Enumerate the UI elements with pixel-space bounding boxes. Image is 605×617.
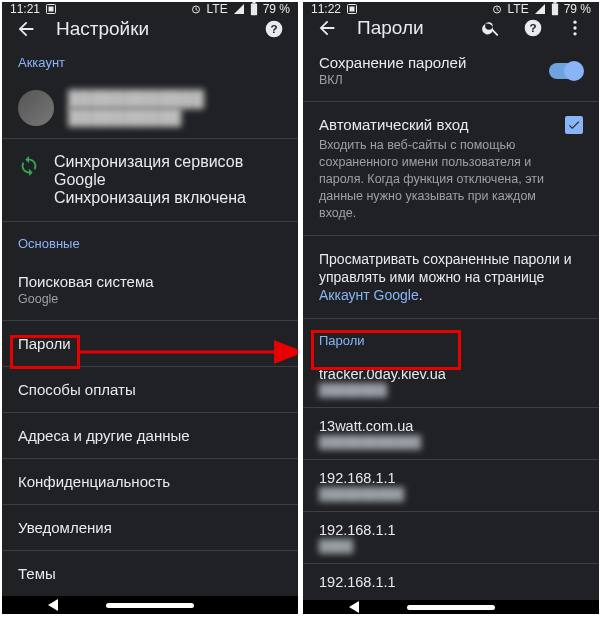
row-addresses[interactable]: Адреса и другие данные xyxy=(2,412,298,458)
battery-icon xyxy=(250,2,258,16)
back-icon[interactable] xyxy=(315,16,339,40)
app-bar: Пароли ? xyxy=(303,16,599,40)
status-time: 11:21 xyxy=(10,2,40,16)
sync-title: Синхронизация сервисов Google xyxy=(54,153,282,189)
autologin-desc: Входить на веб-сайты с помощью сохраненн… xyxy=(319,137,553,221)
save-pw-title: Сохранение паролей xyxy=(319,54,466,71)
privacy-title: Конфиденциальность xyxy=(18,473,282,490)
svg-text:?: ? xyxy=(270,22,277,35)
save-pw-sub: ВКЛ xyxy=(319,73,466,87)
password-item[interactable]: 192.168.1.1 xyxy=(303,563,599,600)
password-item[interactable]: tracker.0day.kiev.ua ████████ xyxy=(303,356,599,407)
account-email: ██████████ xyxy=(68,108,204,126)
pw-user: ████ xyxy=(319,539,583,553)
row-info: Просматривать сохраненные пароли и управ… xyxy=(303,235,599,318)
pw-site: 192.168.1.1 xyxy=(319,522,583,538)
section-account-label: Аккаунт xyxy=(2,41,298,78)
autologin-checkbox[interactable] xyxy=(565,116,583,134)
status-network: LTE xyxy=(207,2,228,16)
notifications-title: Уведомления xyxy=(18,519,282,536)
row-save-passwords[interactable]: Сохранение паролей ВКЛ xyxy=(303,40,599,101)
info-text: Просматривать сохраненные пароли и управ… xyxy=(319,251,572,285)
password-item[interactable]: 13watt.com.ua ████████████ xyxy=(303,407,599,459)
nav-home-icon[interactable] xyxy=(106,603,194,608)
status-time: 11:22 xyxy=(311,2,341,16)
sync-icon xyxy=(18,155,40,177)
svg-rect-11 xyxy=(552,4,558,16)
help-icon[interactable]: ? xyxy=(521,16,545,40)
pw-user: ████████████ xyxy=(319,435,583,449)
status-battery: 79 % xyxy=(263,2,290,16)
nav-bar xyxy=(303,600,599,614)
save-pw-toggle[interactable] xyxy=(549,63,583,79)
row-auto-login[interactable]: Автоматический вход Входить на веб-сайты… xyxy=(303,101,599,235)
row-passwords[interactable]: Пароли xyxy=(2,320,298,366)
password-item[interactable]: 192.168.1.1 ████ xyxy=(303,511,599,563)
nav-back-icon[interactable] xyxy=(48,599,58,611)
page-title: Настройки xyxy=(56,18,244,40)
back-icon[interactable] xyxy=(14,17,38,41)
left-phone: 11:21 LTE 79 % Настройки ? Акка xyxy=(2,2,298,614)
payment-title: Способы оплаты xyxy=(18,381,282,398)
row-privacy[interactable]: Конфиденциальность xyxy=(2,458,298,504)
status-network: LTE xyxy=(508,2,529,16)
autologin-title: Автоматический вход xyxy=(319,116,553,133)
row-themes[interactable]: Темы xyxy=(2,550,298,596)
overflow-menu-icon[interactable] xyxy=(563,16,587,40)
svg-rect-4 xyxy=(252,2,255,4)
themes-title: Темы xyxy=(18,565,282,582)
passwords-title: Пароли xyxy=(18,335,282,352)
addresses-title: Адреса и другие данные xyxy=(18,427,282,444)
search-engine-title: Поисковая система xyxy=(18,273,282,290)
row-notifications[interactable]: Уведомления xyxy=(2,504,298,550)
status-bar: 11:21 LTE 79 % xyxy=(2,2,298,16)
nav-bar xyxy=(2,596,298,614)
screenshot-icon xyxy=(45,3,57,15)
right-phone: 11:22 LTE 79 % Пароли ? xyxy=(303,2,599,614)
alarm-icon xyxy=(190,3,202,15)
account-row[interactable]: ████████████ ██████████ xyxy=(2,78,298,138)
signal-icon xyxy=(233,3,245,15)
status-battery: 79 % xyxy=(564,2,591,16)
svg-rect-1 xyxy=(49,7,54,12)
pw-user: ████████ xyxy=(319,383,583,397)
svg-rect-9 xyxy=(350,7,355,12)
page-title: Пароли xyxy=(357,17,461,39)
pw-site: 13watt.com.ua xyxy=(319,418,583,434)
section-passwords-label: Пароли xyxy=(303,318,599,356)
svg-point-17 xyxy=(573,32,576,35)
sync-row[interactable]: Синхронизация сервисов Google Синхрониза… xyxy=(2,138,298,221)
help-icon[interactable]: ? xyxy=(262,17,286,41)
password-item[interactable]: 192.168.1.1 ██████████ xyxy=(303,459,599,511)
svg-rect-12 xyxy=(553,2,556,4)
info-link[interactable]: Аккаунт Google xyxy=(319,287,419,303)
nav-home-icon[interactable] xyxy=(407,605,495,610)
svg-text:?: ? xyxy=(529,21,536,34)
search-engine-sub: Google xyxy=(18,292,282,306)
sync-sub: Синхронизация включена xyxy=(54,189,282,207)
app-bar: Настройки ? xyxy=(2,16,298,41)
row-payment[interactable]: Способы оплаты xyxy=(2,366,298,412)
screenshot-icon xyxy=(346,3,358,15)
section-main-label: Основные xyxy=(2,221,298,259)
svg-rect-3 xyxy=(251,4,257,16)
avatar xyxy=(18,90,54,126)
account-name: ████████████ xyxy=(68,90,204,108)
svg-point-15 xyxy=(573,21,576,24)
row-search-engine[interactable]: Поисковая система Google xyxy=(2,259,298,320)
status-bar: 11:22 LTE 79 % xyxy=(303,2,599,16)
pw-site: 192.168.1.1 xyxy=(319,470,583,486)
alarm-icon xyxy=(491,3,503,15)
search-icon[interactable] xyxy=(479,16,503,40)
pw-site: tracker.0day.kiev.ua xyxy=(319,366,583,382)
nav-back-icon[interactable] xyxy=(349,601,359,613)
pw-user: ██████████ xyxy=(319,487,583,501)
battery-icon xyxy=(551,2,559,16)
signal-icon xyxy=(534,3,546,15)
svg-point-16 xyxy=(573,26,576,29)
pw-site: 192.168.1.1 xyxy=(319,574,583,590)
